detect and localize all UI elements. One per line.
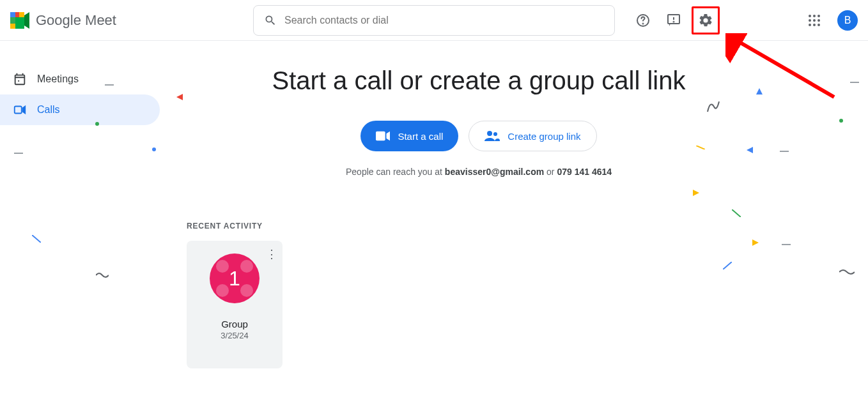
reach-prefix: People can reach you at <box>346 167 445 177</box>
create-group-link-label: Create group link <box>508 131 580 142</box>
header-actions: B <box>630 6 858 34</box>
card-menu-button[interactable]: ⋮ <box>266 247 277 261</box>
search-container <box>253 5 615 36</box>
svg-point-20 <box>818 24 820 26</box>
svg-point-15 <box>809 19 811 22</box>
start-call-button[interactable]: Start a call <box>360 121 458 151</box>
recent-avatar: 1 <box>210 253 260 303</box>
svg-rect-6 <box>15 12 19 17</box>
main: Meetings Calls Start a call or create a … <box>0 41 868 408</box>
svg-point-16 <box>813 19 816 22</box>
start-call-label: Start a call <box>398 131 443 142</box>
recent-card[interactable]: ⋮ 1 Group 3/25/24 <box>187 241 283 368</box>
svg-point-18 <box>809 24 811 26</box>
svg-rect-0 <box>10 12 15 17</box>
feedback-icon <box>666 13 681 28</box>
apps-button[interactable] <box>802 8 827 33</box>
search-box[interactable] <box>253 5 615 36</box>
video-camera-icon <box>376 131 390 141</box>
header: Google Meet <box>0 0 868 41</box>
account-avatar[interactable]: B <box>837 10 858 31</box>
content: Start a call or create a group call link… <box>166 41 868 408</box>
svg-rect-1 <box>10 17 15 24</box>
svg-marker-22 <box>23 107 26 114</box>
reach-phone: 079 141 4614 <box>557 167 612 177</box>
sidebar-item-label: Calls <box>37 104 60 116</box>
svg-point-26 <box>493 132 497 136</box>
svg-marker-4 <box>24 12 29 29</box>
apps-grid-icon <box>808 14 821 27</box>
sidebar: Meetings Calls <box>0 41 166 408</box>
svg-point-8 <box>643 23 644 24</box>
help-button[interactable] <box>630 8 656 33</box>
svg-point-19 <box>813 24 816 26</box>
sidebar-item-label: Meetings <box>37 73 79 85</box>
search-icon <box>264 14 277 27</box>
brand-name: Google Meet <box>36 12 116 29</box>
create-group-link-button[interactable]: Create group link <box>469 121 596 151</box>
svg-point-25 <box>487 131 492 136</box>
more-vert-icon: ⋮ <box>266 248 277 261</box>
cta-row: Start a call Create group link <box>89 121 868 151</box>
meet-logo-icon <box>10 12 31 29</box>
recent-heading: RECENT ACTIVITY <box>187 222 868 230</box>
reach-or: or <box>544 167 557 177</box>
settings-button[interactable] <box>692 6 720 34</box>
help-icon <box>635 13 651 28</box>
feedback-button[interactable] <box>661 8 686 33</box>
avatar-initial: B <box>844 15 851 26</box>
svg-rect-21 <box>15 107 22 114</box>
recent-activity: RECENT ACTIVITY ⋮ 1 Group 3/25/24 <box>166 222 868 368</box>
search-input[interactable] <box>284 15 604 26</box>
reach-email: beavisser0@gmail.com <box>445 167 544 177</box>
gear-icon <box>698 13 713 28</box>
svg-point-14 <box>818 15 820 17</box>
video-icon <box>13 103 27 117</box>
svg-point-13 <box>813 15 816 17</box>
recent-badge: 1 <box>229 267 240 291</box>
calendar-icon <box>13 72 27 86</box>
reach-text: People can reach you at beavisser0@gmail… <box>89 167 868 177</box>
svg-point-17 <box>818 19 820 22</box>
recent-date: 3/25/24 <box>221 331 248 340</box>
hero-title: Start a call or create a group call link <box>89 66 868 95</box>
svg-point-11 <box>674 21 674 22</box>
recent-name: Group <box>221 319 248 329</box>
svg-rect-2 <box>10 24 15 29</box>
brand[interactable]: Google Meet <box>10 12 138 29</box>
people-icon <box>484 131 500 141</box>
svg-rect-23 <box>376 132 385 141</box>
svg-point-12 <box>809 15 811 17</box>
svg-marker-24 <box>387 132 391 141</box>
